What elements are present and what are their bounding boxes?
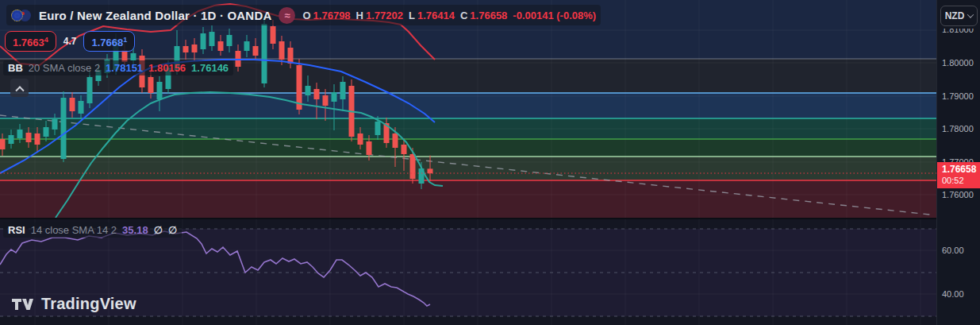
axis-rsi-label: 60.00 xyxy=(942,246,964,255)
last-price-value: 1.76658 xyxy=(942,164,980,175)
rsi-empty-value-1: ∅ xyxy=(154,224,163,236)
buy-price-label[interactable]: 1.76681 xyxy=(83,31,135,52)
bid-ask-labels: 1.76634 4.7 1.76681 xyxy=(5,31,135,52)
bb-indicator-legend[interactable]: BB 20 SMA close 2 1.78151 1.80156 1.7614… xyxy=(3,60,233,75)
rsi-value: 35.18 xyxy=(122,224,148,236)
axis-price-label: 1.79000 xyxy=(942,91,974,101)
axis-price-label: 1.76000 xyxy=(942,190,974,199)
rsi-empty-value-2: ∅ xyxy=(168,224,177,236)
bb-lower-value: 1.76146 xyxy=(191,62,229,74)
change-value: -0.00141 (-0.08%) xyxy=(513,10,596,21)
low-value: 1.76414 xyxy=(417,10,455,21)
chart-area[interactable]: Euro / New Zealand Dollar · 1D · OANDA ≈… xyxy=(0,0,936,325)
close-value: 1.76658 xyxy=(470,10,507,21)
axis-price-label: 1.80000 xyxy=(942,58,974,68)
symbol-title[interactable]: Euro / New Zealand Dollar · 1D · OANDA xyxy=(39,9,271,22)
chart-canvas[interactable] xyxy=(0,0,936,325)
open-value: 1.76798 xyxy=(313,10,351,21)
chevron-up-icon xyxy=(15,86,24,95)
rsi-indicator-legend[interactable]: RSI 14 close SMA 14 2 35.18 ∅ ∅ xyxy=(3,222,182,238)
spread-value: 4.7 xyxy=(63,36,77,47)
price-axis[interactable]: NZD 1.81000 1.800001.790001.780001.77000… xyxy=(936,0,980,325)
last-price-badge: 1.76658 00:52 xyxy=(937,162,980,188)
axis-rsi-label: 40.00 xyxy=(942,289,964,299)
bb-name: BB xyxy=(8,62,23,74)
bb-params: 20 SMA close 2 xyxy=(29,62,100,74)
chevron-down-icon xyxy=(967,11,974,17)
high-label: H xyxy=(356,10,363,21)
tradingview-logo-text: TradingView xyxy=(41,295,136,313)
symbol-pair-flags-icon xyxy=(11,9,32,22)
sell-price-label[interactable]: 1.76634 xyxy=(5,31,56,52)
symbol-legend-row[interactable]: Euro / New Zealand Dollar · 1D · OANDA ≈… xyxy=(6,5,601,25)
ohlc-values: O 1.76798 H 1.77202 L 1.76414 C 1.76658 … xyxy=(302,10,596,21)
currency-label: NZD xyxy=(945,10,965,21)
rsi-name: RSI xyxy=(8,224,25,236)
rsi-params: 14 close SMA 14 2 xyxy=(31,224,117,236)
open-label: O xyxy=(302,10,310,21)
tradingview-logo[interactable]: TradingView xyxy=(11,295,136,313)
axis-price-label-clipped: 1.81000 xyxy=(942,29,974,36)
low-label: L xyxy=(409,10,415,21)
tradingview-logo-icon xyxy=(11,297,35,311)
eur-flag-icon xyxy=(11,10,23,21)
currency-dropdown[interactable]: NZD xyxy=(940,6,978,26)
high-value: 1.77202 xyxy=(366,10,403,21)
pane-collapse-button[interactable] xyxy=(10,79,29,97)
bb-upper-value: 1.80156 xyxy=(148,62,186,74)
source-circle-icon[interactable]: ≈ xyxy=(279,7,295,24)
close-label: C xyxy=(460,10,467,21)
axis-price-label: 1.78000 xyxy=(942,124,974,133)
bb-basis-value: 1.78151 xyxy=(106,62,143,74)
tradingview-chart-window: Euro / New Zealand Dollar · 1D · OANDA ≈… xyxy=(0,0,980,325)
bar-countdown: 00:52 xyxy=(942,175,980,186)
